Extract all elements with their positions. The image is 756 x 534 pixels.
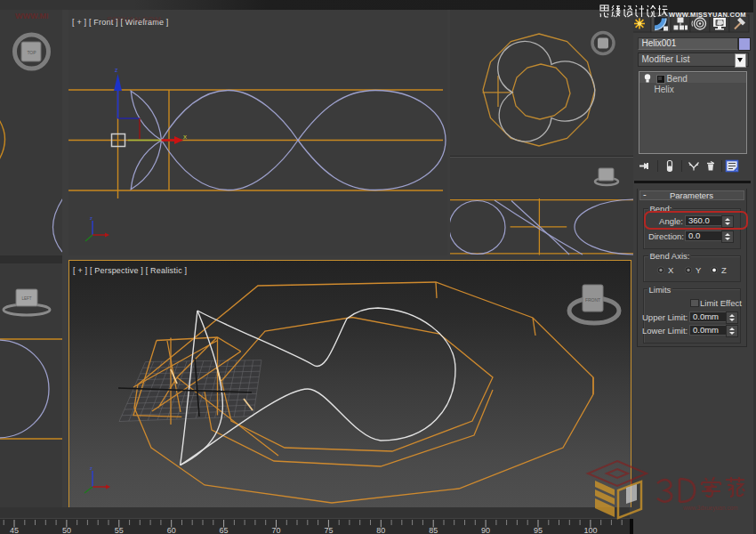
svg-text:60: 60: [167, 526, 176, 534]
svg-text:x: x: [183, 133, 187, 141]
svg-text:80: 80: [376, 526, 385, 534]
svg-text:TOP: TOP: [27, 50, 36, 55]
svg-text:65: 65: [220, 526, 229, 534]
svg-text:50: 50: [62, 526, 71, 534]
svg-text:90: 90: [481, 526, 490, 534]
svg-text:85: 85: [429, 526, 438, 534]
svg-text:45: 45: [10, 526, 19, 534]
svg-text:70: 70: [271, 526, 280, 534]
svg-text:55: 55: [115, 526, 124, 534]
svg-text:www.3dxueyuan.com: www.3dxueyuan.com: [682, 505, 737, 512]
svg-text:95: 95: [534, 526, 543, 534]
svg-text:75: 75: [324, 526, 333, 534]
svg-text:Y: Y: [696, 265, 702, 275]
svg-text:FRONT: FRONT: [585, 297, 600, 303]
svg-text:z: z: [115, 67, 118, 73]
svg-text:X: X: [668, 265, 674, 275]
svg-text:z: z: [90, 465, 92, 471]
svg-text:z: z: [90, 215, 92, 221]
svg-text:Z: Z: [721, 265, 727, 275]
svg-text:LEFT: LEFT: [21, 296, 31, 301]
